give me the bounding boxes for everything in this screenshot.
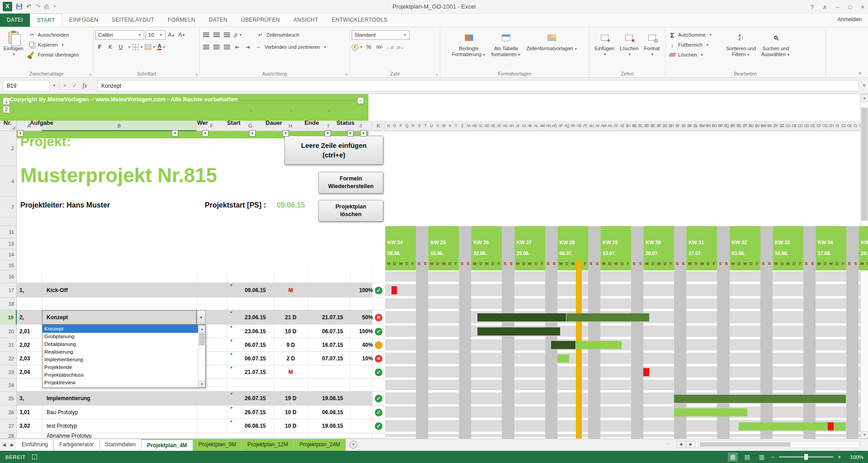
ribbon-tab-ansicht[interactable]: ANSICHT xyxy=(287,14,325,27)
sign-in-link[interactable]: Anmelden xyxy=(837,16,862,23)
column-header-AO[interactable]: AO xyxy=(551,121,558,131)
cell-ende[interactable]: 06.08.15 xyxy=(307,406,343,419)
align-center-icon[interactable] xyxy=(212,43,221,52)
cell-ende[interactable] xyxy=(307,365,343,378)
column-header-BZ[interactable]: BZ xyxy=(778,121,785,131)
dropdown-item[interactable]: Realisierung xyxy=(42,348,198,356)
cell-status-pct[interactable]: 100% xyxy=(349,325,373,338)
cell-wer[interactable] xyxy=(197,392,225,405)
row-header-23[interactable]: 23 xyxy=(0,365,17,379)
column-header-AX[interactable]: AX xyxy=(607,121,613,131)
dialog-launcher-icon[interactable]: ↘ xyxy=(435,72,439,76)
cell-wer[interactable] xyxy=(197,283,225,297)
cell-dauer[interactable]: M xyxy=(274,365,307,378)
zoom-slider-thumb[interactable] xyxy=(804,454,808,460)
column-header-AT[interactable]: AT xyxy=(582,121,589,131)
row-header-21[interactable]: 21 xyxy=(0,338,17,352)
cell-nr[interactable]: 3,01 xyxy=(19,406,42,419)
cell-nr[interactable]: 2, xyxy=(19,310,42,324)
column-header-BV[interactable]: BV xyxy=(754,121,761,131)
format-painter-button[interactable]: Format übertragen xyxy=(27,50,80,59)
column-header-CE[interactable]: CE xyxy=(809,121,816,131)
fill-color-button[interactable]: ▼ xyxy=(145,43,156,52)
comma-style-button[interactable]: 000 xyxy=(375,43,384,52)
column-header-CJ[interactable]: CJ xyxy=(840,121,847,131)
cell-ende[interactable]: 19.08.15 xyxy=(307,392,343,405)
filter-icon[interactable]: ▼ xyxy=(172,130,178,137)
cell-task[interactable]: Implementierung xyxy=(47,392,196,405)
macro-record-icon[interactable] xyxy=(32,454,37,459)
format-cells-button[interactable]: Format▼ xyxy=(642,29,662,69)
column-header-BW[interactable]: BW xyxy=(760,121,767,131)
scroll-thumb[interactable] xyxy=(199,333,205,345)
dropdown-scrollbar[interactable]: ▲ ▼ xyxy=(198,325,205,387)
filter-icon[interactable]: ▼ xyxy=(249,130,255,137)
column-header-BY[interactable]: BY xyxy=(773,121,779,131)
column-header-R[interactable]: R xyxy=(410,121,416,131)
column-header-AQ[interactable]: AQ xyxy=(563,121,570,131)
paste-button[interactable]: Einfügen▼ xyxy=(2,29,25,69)
column-header-BQ[interactable]: BQ xyxy=(723,121,730,131)
filter-icon[interactable]: ▼ xyxy=(360,130,367,137)
cell-ende[interactable]: 07.07.15 xyxy=(307,352,343,365)
column-header-O[interactable]: O xyxy=(392,121,398,131)
column-header-BE[interactable]: BE xyxy=(650,121,656,131)
copy-button[interactable]: Kopieren▼ xyxy=(27,40,80,49)
borders-button[interactable]: ▼ xyxy=(132,43,143,52)
ribbon-tab-start[interactable]: START xyxy=(30,14,62,27)
column-header-CC[interactable]: CC xyxy=(797,121,804,131)
percent-style-button[interactable]: % xyxy=(364,43,373,52)
scroll-thumb[interactable] xyxy=(861,108,868,221)
dropdown-item[interactable]: Detailplanung xyxy=(42,340,198,348)
column-header-V[interactable]: V xyxy=(434,121,441,131)
row-header-25[interactable]: 25 xyxy=(0,392,17,406)
cell-wer[interactable] xyxy=(197,433,225,438)
column-header-AD[interactable]: AD xyxy=(484,121,491,131)
column-header-AM[interactable]: AM xyxy=(539,121,546,131)
filter-icon[interactable]: ▼ xyxy=(283,130,289,137)
find-select-button[interactable]: Suchen und Auswählen▼ xyxy=(760,29,792,69)
column-header-CH[interactable]: CH xyxy=(828,121,835,131)
align-middle-icon[interactable] xyxy=(212,30,221,39)
insert-function-icon[interactable]: fx xyxy=(83,82,87,90)
cell-nr[interactable]: 3, xyxy=(19,392,42,405)
column-header-BT[interactable]: BT xyxy=(742,121,749,131)
column-header-BF[interactable]: BF xyxy=(656,121,662,131)
column-header-CG[interactable]: CG xyxy=(822,121,829,131)
cell-status-pct[interactable] xyxy=(349,406,373,419)
expand-formula-bar-icon[interactable]: ▼ xyxy=(862,83,866,88)
row-header-14[interactable]: 14 xyxy=(0,249,17,260)
cell-ende[interactable]: 16.07.15 xyxy=(307,338,343,351)
normal-view-icon[interactable]: ▦ xyxy=(728,453,738,462)
outline-level-button-2[interactable]: 2 xyxy=(3,106,10,113)
hscroll-left-icon[interactable]: ◀ xyxy=(676,441,685,448)
scroll-up-icon[interactable]: ▲ xyxy=(198,325,205,332)
font-color-button[interactable]: A▼ xyxy=(157,43,166,52)
outline-collapse-button[interactable]: − xyxy=(357,97,364,104)
minimize-icon[interactable]: – xyxy=(836,4,839,10)
column-header-BG[interactable]: BG xyxy=(662,121,669,131)
column-header-T[interactable]: T xyxy=(422,121,429,131)
cell-nr[interactable]: 1, xyxy=(19,283,42,297)
italic-button[interactable]: K xyxy=(106,43,115,52)
scroll-up-icon[interactable]: ▲ xyxy=(861,94,868,102)
column-header-AP[interactable]: AP xyxy=(557,121,564,131)
column-header-AS[interactable]: AS xyxy=(576,121,583,131)
column-header-BI[interactable]: BI xyxy=(674,121,681,131)
enter-icon[interactable]: ✓ xyxy=(72,82,77,89)
restore-formulas-button[interactable]: FormelnWiederherstellen xyxy=(318,172,383,194)
column-header-AZ[interactable]: AZ xyxy=(619,121,626,131)
sheet-tab-farbgenerator[interactable]: Farbgenerator xyxy=(54,439,99,451)
cancel-icon[interactable]: × xyxy=(63,82,67,89)
collapse-ribbon-icon[interactable]: ∧ xyxy=(859,71,862,76)
cell-status-pct[interactable] xyxy=(349,392,373,405)
column-header-CI[interactable]: CI xyxy=(834,121,841,131)
row-header-28[interactable]: 28 xyxy=(0,433,17,439)
cell-status-pct[interactable]: 100% xyxy=(349,283,373,297)
column-header-BB[interactable]: BB xyxy=(631,121,638,131)
tab-scroll-right-icon[interactable]: ▶ xyxy=(8,439,16,451)
sheet-tab-einführung[interactable]: Einführung xyxy=(16,439,54,451)
row-header-15[interactable]: 15 xyxy=(0,260,17,270)
row-header-17[interactable]: 17 xyxy=(0,283,17,298)
column-header-AL[interactable]: AL xyxy=(533,121,539,131)
